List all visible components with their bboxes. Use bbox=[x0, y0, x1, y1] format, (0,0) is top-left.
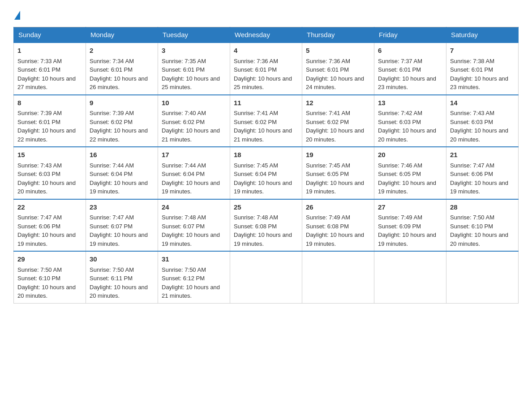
header-wednesday: Wednesday bbox=[230, 27, 302, 43]
day-number: 12 bbox=[306, 98, 370, 108]
day-number: 23 bbox=[90, 202, 154, 213]
day-number: 20 bbox=[378, 150, 442, 160]
sunset-label: Sunset: 6:11 PM bbox=[90, 275, 133, 282]
calendar-cell: 11 Sunrise: 7:41 AM Sunset: 6:02 PM Dayl… bbox=[230, 95, 302, 147]
header-monday: Monday bbox=[86, 27, 158, 43]
daylight-label: Daylight: 10 hours and 19 minutes. bbox=[306, 180, 364, 195]
calendar-cell: 31 Sunrise: 7:50 AM Sunset: 6:12 PM Dayl… bbox=[158, 251, 230, 303]
sunset-label: Sunset: 6:02 PM bbox=[90, 119, 133, 125]
day-number: 3 bbox=[162, 46, 226, 56]
sunset-label: Sunset: 6:10 PM bbox=[17, 275, 60, 282]
sunrise-label: Sunrise: 7:50 AM bbox=[450, 214, 494, 221]
sunset-label: Sunset: 6:04 PM bbox=[234, 171, 277, 177]
sunrise-label: Sunrise: 7:45 AM bbox=[306, 162, 350, 169]
calendar-week-5: 29 Sunrise: 7:50 AM Sunset: 6:10 PM Dayl… bbox=[14, 251, 519, 303]
sunrise-label: Sunrise: 7:43 AM bbox=[17, 162, 62, 169]
daylight-label: Daylight: 10 hours and 20 minutes. bbox=[17, 284, 76, 300]
sunrise-label: Sunrise: 7:45 AM bbox=[234, 162, 278, 169]
day-number: 22 bbox=[17, 202, 82, 213]
daylight-label: Daylight: 10 hours and 24 minutes. bbox=[306, 75, 364, 91]
sunset-label: Sunset: 6:01 PM bbox=[234, 66, 277, 73]
calendar-cell: 26 Sunrise: 7:49 AM Sunset: 6:08 PM Dayl… bbox=[302, 199, 374, 252]
daylight-label: Daylight: 10 hours and 26 minutes. bbox=[90, 75, 148, 91]
sunset-label: Sunset: 6:05 PM bbox=[306, 171, 349, 177]
day-number: 17 bbox=[162, 150, 226, 160]
day-number: 25 bbox=[234, 202, 298, 213]
daylight-label: Daylight: 10 hours and 19 minutes. bbox=[90, 231, 148, 247]
sunrise-label: Sunrise: 7:44 AM bbox=[90, 162, 134, 169]
sunrise-label: Sunrise: 7:43 AM bbox=[450, 110, 494, 116]
daylight-label: Daylight: 10 hours and 20 minutes. bbox=[450, 127, 508, 143]
day-number: 29 bbox=[17, 254, 82, 265]
sunrise-label: Sunrise: 7:50 AM bbox=[162, 266, 206, 273]
calendar-cell: 9 Sunrise: 7:39 AM Sunset: 6:02 PM Dayli… bbox=[86, 95, 158, 147]
sunrise-label: Sunrise: 7:50 AM bbox=[90, 266, 134, 273]
calendar-cell: 7 Sunrise: 7:38 AM Sunset: 6:01 PM Dayli… bbox=[446, 43, 519, 95]
calendar-cell: 3 Sunrise: 7:35 AM Sunset: 6:01 PM Dayli… bbox=[158, 43, 230, 95]
sunrise-label: Sunrise: 7:49 AM bbox=[306, 214, 350, 221]
day-number: 9 bbox=[90, 98, 154, 108]
sunset-label: Sunset: 6:10 PM bbox=[450, 223, 493, 230]
sunset-label: Sunset: 6:04 PM bbox=[162, 171, 205, 177]
sunrise-label: Sunrise: 7:47 AM bbox=[450, 162, 494, 169]
daylight-label: Daylight: 10 hours and 25 minutes. bbox=[162, 75, 220, 91]
day-number: 2 bbox=[90, 46, 154, 56]
sunrise-label: Sunrise: 7:48 AM bbox=[234, 214, 278, 221]
calendar-cell: 15 Sunrise: 7:43 AM Sunset: 6:03 PM Dayl… bbox=[14, 147, 86, 199]
calendar-cell: 29 Sunrise: 7:50 AM Sunset: 6:10 PM Dayl… bbox=[14, 251, 86, 303]
calendar-table: SundayMondayTuesdayWednesdayThursdayFrid… bbox=[13, 27, 519, 304]
day-number: 18 bbox=[234, 150, 298, 160]
daylight-label: Daylight: 10 hours and 27 minutes. bbox=[17, 75, 76, 91]
calendar-cell bbox=[374, 251, 446, 303]
calendar-cell: 13 Sunrise: 7:42 AM Sunset: 6:03 PM Dayl… bbox=[374, 95, 446, 147]
header-sunday: Sunday bbox=[14, 27, 86, 43]
day-number: 4 bbox=[234, 46, 298, 56]
daylight-label: Daylight: 10 hours and 19 minutes. bbox=[17, 231, 76, 247]
sunrise-label: Sunrise: 7:36 AM bbox=[234, 58, 278, 64]
day-number: 26 bbox=[306, 202, 370, 213]
daylight-label: Daylight: 10 hours and 25 minutes. bbox=[234, 75, 292, 91]
calendar-cell: 6 Sunrise: 7:37 AM Sunset: 6:01 PM Dayli… bbox=[374, 43, 446, 95]
day-number: 14 bbox=[450, 98, 515, 108]
calendar-cell: 18 Sunrise: 7:45 AM Sunset: 6:04 PM Dayl… bbox=[230, 147, 302, 199]
day-number: 31 bbox=[162, 254, 226, 265]
sunrise-label: Sunrise: 7:47 AM bbox=[17, 214, 62, 221]
daylight-label: Daylight: 10 hours and 23 minutes. bbox=[378, 75, 436, 91]
day-number: 24 bbox=[162, 202, 226, 213]
sunrise-label: Sunrise: 7:40 AM bbox=[162, 110, 206, 116]
day-number: 13 bbox=[378, 98, 442, 108]
sunrise-label: Sunrise: 7:39 AM bbox=[17, 110, 62, 116]
page-header bbox=[13, 11, 519, 20]
calendar-cell: 16 Sunrise: 7:44 AM Sunset: 6:04 PM Dayl… bbox=[86, 147, 158, 199]
day-number: 10 bbox=[162, 98, 226, 108]
daylight-label: Daylight: 10 hours and 19 minutes. bbox=[234, 231, 292, 247]
daylight-label: Daylight: 10 hours and 20 minutes. bbox=[17, 180, 76, 195]
sunset-label: Sunset: 6:02 PM bbox=[234, 119, 277, 125]
calendar-cell: 20 Sunrise: 7:46 AM Sunset: 6:05 PM Dayl… bbox=[374, 147, 446, 199]
calendar-week-4: 22 Sunrise: 7:47 AM Sunset: 6:06 PM Dayl… bbox=[14, 199, 519, 252]
sunrise-label: Sunrise: 7:33 AM bbox=[17, 58, 62, 64]
sunrise-label: Sunrise: 7:39 AM bbox=[90, 110, 134, 116]
calendar-cell bbox=[446, 251, 519, 303]
calendar-week-1: 1 Sunrise: 7:33 AM Sunset: 6:01 PM Dayli… bbox=[14, 43, 519, 95]
day-number: 6 bbox=[378, 46, 442, 56]
calendar-cell bbox=[302, 251, 374, 303]
header-tuesday: Tuesday bbox=[158, 27, 230, 43]
calendar-cell: 19 Sunrise: 7:45 AM Sunset: 6:05 PM Dayl… bbox=[302, 147, 374, 199]
daylight-label: Daylight: 10 hours and 20 minutes. bbox=[378, 127, 436, 143]
day-number: 11 bbox=[234, 98, 298, 108]
sunset-label: Sunset: 6:06 PM bbox=[17, 223, 60, 230]
sunset-label: Sunset: 6:03 PM bbox=[17, 171, 60, 177]
sunrise-label: Sunrise: 7:48 AM bbox=[162, 214, 206, 221]
daylight-label: Daylight: 10 hours and 23 minutes. bbox=[450, 75, 508, 91]
calendar-cell: 22 Sunrise: 7:47 AM Sunset: 6:06 PM Dayl… bbox=[14, 199, 86, 252]
sunrise-label: Sunrise: 7:38 AM bbox=[450, 58, 494, 64]
sunrise-label: Sunrise: 7:36 AM bbox=[306, 58, 350, 64]
calendar-cell: 28 Sunrise: 7:50 AM Sunset: 6:10 PM Dayl… bbox=[446, 199, 519, 252]
day-number: 7 bbox=[450, 46, 515, 56]
sunset-label: Sunset: 6:07 PM bbox=[162, 223, 205, 230]
daylight-label: Daylight: 10 hours and 20 minutes. bbox=[306, 127, 364, 143]
daylight-label: Daylight: 10 hours and 19 minutes. bbox=[378, 180, 436, 195]
calendar-cell: 5 Sunrise: 7:36 AM Sunset: 6:01 PM Dayli… bbox=[302, 43, 374, 95]
sunrise-label: Sunrise: 7:47 AM bbox=[90, 214, 134, 221]
